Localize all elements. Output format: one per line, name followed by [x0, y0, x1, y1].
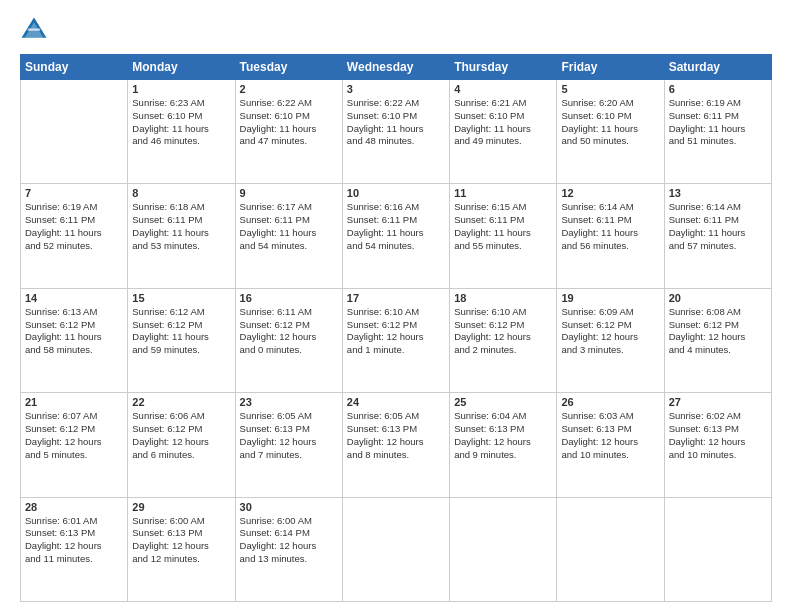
- day-info: Sunrise: 6:14 AM Sunset: 6:11 PM Dayligh…: [669, 201, 767, 252]
- calendar-cell: 23Sunrise: 6:05 AM Sunset: 6:13 PM Dayli…: [235, 393, 342, 497]
- calendar-cell: 25Sunrise: 6:04 AM Sunset: 6:13 PM Dayli…: [450, 393, 557, 497]
- calendar-page: SundayMondayTuesdayWednesdayThursdayFrid…: [0, 0, 792, 612]
- day-info: Sunrise: 6:00 AM Sunset: 6:14 PM Dayligh…: [240, 515, 338, 566]
- logo: [20, 16, 52, 44]
- day-number: 5: [561, 83, 659, 95]
- day-number: 26: [561, 396, 659, 408]
- calendar-cell: 13Sunrise: 6:14 AM Sunset: 6:11 PM Dayli…: [664, 184, 771, 288]
- calendar-week-row: 14Sunrise: 6:13 AM Sunset: 6:12 PM Dayli…: [21, 288, 772, 392]
- day-info: Sunrise: 6:22 AM Sunset: 6:10 PM Dayligh…: [240, 97, 338, 148]
- day-info: Sunrise: 6:11 AM Sunset: 6:12 PM Dayligh…: [240, 306, 338, 357]
- calendar-cell: 5Sunrise: 6:20 AM Sunset: 6:10 PM Daylig…: [557, 80, 664, 184]
- calendar-cell: 27Sunrise: 6:02 AM Sunset: 6:13 PM Dayli…: [664, 393, 771, 497]
- calendar-cell: 19Sunrise: 6:09 AM Sunset: 6:12 PM Dayli…: [557, 288, 664, 392]
- day-number: 19: [561, 292, 659, 304]
- day-number: 10: [347, 187, 445, 199]
- day-number: 12: [561, 187, 659, 199]
- day-number: 27: [669, 396, 767, 408]
- col-header-tuesday: Tuesday: [235, 55, 342, 80]
- day-info: Sunrise: 6:03 AM Sunset: 6:13 PM Dayligh…: [561, 410, 659, 461]
- calendar-week-row: 28Sunrise: 6:01 AM Sunset: 6:13 PM Dayli…: [21, 497, 772, 601]
- calendar-cell: 11Sunrise: 6:15 AM Sunset: 6:11 PM Dayli…: [450, 184, 557, 288]
- svg-rect-2: [28, 28, 40, 30]
- calendar-cell: 18Sunrise: 6:10 AM Sunset: 6:12 PM Dayli…: [450, 288, 557, 392]
- calendar-cell: 21Sunrise: 6:07 AM Sunset: 6:12 PM Dayli…: [21, 393, 128, 497]
- day-number: 8: [132, 187, 230, 199]
- calendar-cell: 7Sunrise: 6:19 AM Sunset: 6:11 PM Daylig…: [21, 184, 128, 288]
- calendar-cell: 12Sunrise: 6:14 AM Sunset: 6:11 PM Dayli…: [557, 184, 664, 288]
- day-info: Sunrise: 6:02 AM Sunset: 6:13 PM Dayligh…: [669, 410, 767, 461]
- calendar-cell: [557, 497, 664, 601]
- day-info: Sunrise: 6:00 AM Sunset: 6:13 PM Dayligh…: [132, 515, 230, 566]
- calendar-cell: 9Sunrise: 6:17 AM Sunset: 6:11 PM Daylig…: [235, 184, 342, 288]
- day-number: 25: [454, 396, 552, 408]
- col-header-monday: Monday: [128, 55, 235, 80]
- calendar-cell: 1Sunrise: 6:23 AM Sunset: 6:10 PM Daylig…: [128, 80, 235, 184]
- day-number: 24: [347, 396, 445, 408]
- calendar-cell: 22Sunrise: 6:06 AM Sunset: 6:12 PM Dayli…: [128, 393, 235, 497]
- day-number: 7: [25, 187, 123, 199]
- col-header-thursday: Thursday: [450, 55, 557, 80]
- calendar-week-row: 7Sunrise: 6:19 AM Sunset: 6:11 PM Daylig…: [21, 184, 772, 288]
- calendar-cell: 16Sunrise: 6:11 AM Sunset: 6:12 PM Dayli…: [235, 288, 342, 392]
- day-info: Sunrise: 6:14 AM Sunset: 6:11 PM Dayligh…: [561, 201, 659, 252]
- day-number: 2: [240, 83, 338, 95]
- day-number: 16: [240, 292, 338, 304]
- day-number: 17: [347, 292, 445, 304]
- day-info: Sunrise: 6:23 AM Sunset: 6:10 PM Dayligh…: [132, 97, 230, 148]
- calendar-cell: 30Sunrise: 6:00 AM Sunset: 6:14 PM Dayli…: [235, 497, 342, 601]
- day-number: 6: [669, 83, 767, 95]
- calendar-cell: [342, 497, 449, 601]
- day-info: Sunrise: 6:21 AM Sunset: 6:10 PM Dayligh…: [454, 97, 552, 148]
- day-number: 9: [240, 187, 338, 199]
- day-number: 29: [132, 501, 230, 513]
- calendar-table: SundayMondayTuesdayWednesdayThursdayFrid…: [20, 54, 772, 602]
- day-number: 1: [132, 83, 230, 95]
- header: [20, 16, 772, 44]
- day-number: 15: [132, 292, 230, 304]
- day-info: Sunrise: 6:19 AM Sunset: 6:11 PM Dayligh…: [25, 201, 123, 252]
- day-info: Sunrise: 6:19 AM Sunset: 6:11 PM Dayligh…: [669, 97, 767, 148]
- calendar-cell: 10Sunrise: 6:16 AM Sunset: 6:11 PM Dayli…: [342, 184, 449, 288]
- calendar-week-row: 1Sunrise: 6:23 AM Sunset: 6:10 PM Daylig…: [21, 80, 772, 184]
- day-info: Sunrise: 6:07 AM Sunset: 6:12 PM Dayligh…: [25, 410, 123, 461]
- calendar-cell: [450, 497, 557, 601]
- day-info: Sunrise: 6:12 AM Sunset: 6:12 PM Dayligh…: [132, 306, 230, 357]
- day-info: Sunrise: 6:20 AM Sunset: 6:10 PM Dayligh…: [561, 97, 659, 148]
- day-info: Sunrise: 6:22 AM Sunset: 6:10 PM Dayligh…: [347, 97, 445, 148]
- day-number: 14: [25, 292, 123, 304]
- calendar-cell: 26Sunrise: 6:03 AM Sunset: 6:13 PM Dayli…: [557, 393, 664, 497]
- calendar-cell: 15Sunrise: 6:12 AM Sunset: 6:12 PM Dayli…: [128, 288, 235, 392]
- calendar-cell: 20Sunrise: 6:08 AM Sunset: 6:12 PM Dayli…: [664, 288, 771, 392]
- calendar-cell: 24Sunrise: 6:05 AM Sunset: 6:13 PM Dayli…: [342, 393, 449, 497]
- col-header-sunday: Sunday: [21, 55, 128, 80]
- calendar-cell: 3Sunrise: 6:22 AM Sunset: 6:10 PM Daylig…: [342, 80, 449, 184]
- calendar-cell: 4Sunrise: 6:21 AM Sunset: 6:10 PM Daylig…: [450, 80, 557, 184]
- calendar-cell: [664, 497, 771, 601]
- col-header-friday: Friday: [557, 55, 664, 80]
- day-number: 23: [240, 396, 338, 408]
- day-info: Sunrise: 6:01 AM Sunset: 6:13 PM Dayligh…: [25, 515, 123, 566]
- day-info: Sunrise: 6:18 AM Sunset: 6:11 PM Dayligh…: [132, 201, 230, 252]
- day-number: 30: [240, 501, 338, 513]
- day-info: Sunrise: 6:04 AM Sunset: 6:13 PM Dayligh…: [454, 410, 552, 461]
- day-info: Sunrise: 6:10 AM Sunset: 6:12 PM Dayligh…: [347, 306, 445, 357]
- day-info: Sunrise: 6:15 AM Sunset: 6:11 PM Dayligh…: [454, 201, 552, 252]
- day-number: 11: [454, 187, 552, 199]
- calendar-cell: [21, 80, 128, 184]
- day-info: Sunrise: 6:10 AM Sunset: 6:12 PM Dayligh…: [454, 306, 552, 357]
- day-info: Sunrise: 6:17 AM Sunset: 6:11 PM Dayligh…: [240, 201, 338, 252]
- day-number: 20: [669, 292, 767, 304]
- day-info: Sunrise: 6:06 AM Sunset: 6:12 PM Dayligh…: [132, 410, 230, 461]
- day-info: Sunrise: 6:08 AM Sunset: 6:12 PM Dayligh…: [669, 306, 767, 357]
- day-info: Sunrise: 6:05 AM Sunset: 6:13 PM Dayligh…: [347, 410, 445, 461]
- logo-icon: [20, 16, 48, 44]
- day-info: Sunrise: 6:13 AM Sunset: 6:12 PM Dayligh…: [25, 306, 123, 357]
- day-number: 3: [347, 83, 445, 95]
- col-header-wednesday: Wednesday: [342, 55, 449, 80]
- day-number: 21: [25, 396, 123, 408]
- calendar-cell: 2Sunrise: 6:22 AM Sunset: 6:10 PM Daylig…: [235, 80, 342, 184]
- day-number: 4: [454, 83, 552, 95]
- calendar-cell: 6Sunrise: 6:19 AM Sunset: 6:11 PM Daylig…: [664, 80, 771, 184]
- col-header-saturday: Saturday: [664, 55, 771, 80]
